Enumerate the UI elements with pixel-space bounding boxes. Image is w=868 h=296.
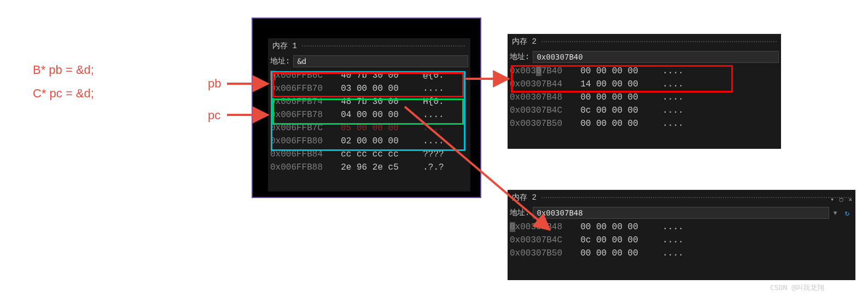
memory2-addr-input[interactable] — [533, 51, 779, 63]
memory3-addr-label: 地址: — [510, 208, 529, 218]
memory-row: 0x00307B48 00 00 00 00 .... — [510, 220, 853, 234]
memory-panel-1: 内存 1 地址: 0x006FFB6C 40 7b 30 00 @{0. 0x0… — [268, 38, 470, 191]
memory-row: 0x006FFB70 03 00 00 00 .... — [270, 82, 468, 95]
memory1-addr-label: 地址: — [270, 56, 290, 66]
maximize-icon[interactable]: ▢ — [840, 192, 843, 207]
code-line-2: C* pc = &d; — [33, 86, 94, 101]
memory2-title: 内存 2 — [512, 34, 537, 49]
memory-row: 0x00307B4C 0c 00 00 00 .... — [510, 234, 853, 247]
panel-dots — [301, 45, 466, 47]
label-pc: pc — [208, 108, 220, 123]
memory3-address-bar: 地址: ▾ ↻ — [508, 205, 855, 220]
memory1-header: 内存 1 — [268, 38, 470, 54]
memory-row: 0x006FFB7C 05 00 00 00 .... — [270, 121, 468, 135]
memory-panel-3: 内存 2 ▾ ▢ ✕ 地址: ▾ ↻ 0x00307B48 00 00 00 0… — [508, 190, 855, 280]
panel-dots — [541, 40, 777, 43]
memory2-body: 0x00307B40 00 00 00 00 .... 0x00307B44 1… — [508, 65, 781, 131]
memory-row: 0x006FFB6C 40 7b 30 00 @{0. — [270, 69, 468, 82]
watermark: CSDN @叫我龙翔 — [770, 283, 824, 293]
panel-dots — [541, 196, 851, 199]
label-pb: pb — [208, 77, 221, 91]
dropdown-icon[interactable]: ▾ — [830, 192, 834, 207]
memory1-addr-input[interactable] — [293, 55, 468, 67]
memory2-addr-label: 地址: — [510, 52, 529, 62]
memory3-header: 内存 2 ▾ ▢ ✕ — [508, 190, 855, 205]
memory-row: 0x006FFB88 2e 96 2e c5 .?.? — [270, 161, 468, 174]
window-controls: ▾ ▢ ✕ — [830, 192, 852, 207]
memory-row: 0x006FFB80 02 00 00 00 .... — [270, 135, 468, 148]
memory3-title: 内存 2 — [512, 190, 537, 205]
memory-row: 0x00307B50 00 00 00 00 .... — [510, 247, 853, 260]
memory1-title: 内存 1 — [272, 38, 297, 54]
memory-row: 0x006FFB84 cc cc cc cc ???? — [270, 148, 468, 161]
memory-panel-2: 内存 2 地址: 0x00307B40 00 00 00 00 .... 0x0… — [508, 34, 781, 149]
memory3-body: 0x00307B48 00 00 00 00 .... 0x00307B4C 0… — [508, 220, 855, 261]
memory1-address-bar: 地址: — [268, 54, 470, 69]
memory-row: 0x00307B50 00 00 00 00 .... — [510, 117, 779, 130]
memory-row: 0x00307B4C 0c 00 00 00 .... — [510, 104, 779, 117]
memory-row: 0x00307B44 14 00 00 00 .... — [510, 78, 779, 91]
memory1-body: 0x006FFB6C 40 7b 30 00 @{0. 0x006FFB70 0… — [268, 69, 470, 175]
memory3-addr-input[interactable] — [533, 207, 829, 219]
memory-row: 0x006FFB78 04 00 00 00 .... — [270, 108, 468, 121]
memory-row: 0x00307B40 00 00 00 00 .... — [510, 65, 779, 78]
addr-dropdown-icon[interactable]: ▾ — [832, 207, 838, 218]
memory2-header: 内存 2 — [508, 34, 781, 49]
memory-row: 0x00307B48 00 00 00 00 .... — [510, 91, 779, 104]
refresh-icon[interactable]: ↻ — [841, 207, 853, 219]
close-icon[interactable]: ✕ — [848, 192, 852, 207]
memory-row: 0x006FFB74 48 7b 30 00 H{0. — [270, 95, 468, 108]
code-line-1: B* pb = &d; — [33, 63, 94, 77]
memory2-address-bar: 地址: — [508, 49, 781, 65]
